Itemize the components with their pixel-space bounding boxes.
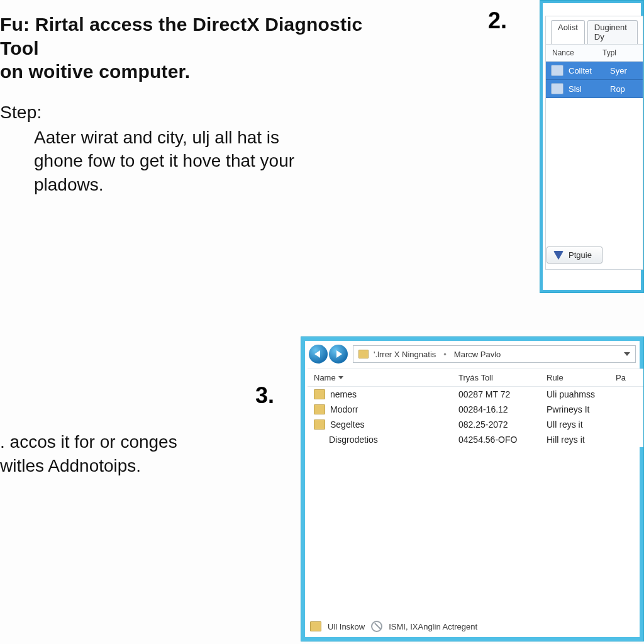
address-segment-1: '.lrrer X Ningnatis [374, 350, 436, 359]
address-bar[interactable]: '.lrrer X Ningnatis • Marcw Pavlo [353, 345, 636, 363]
tab-duginent[interactable]: Duginent Dy [587, 20, 638, 44]
list-row[interactable]: Colltet Syer [546, 62, 643, 80]
tab-aolist[interactable]: Aolist [551, 20, 585, 44]
row1-type: Syer [610, 66, 627, 75]
button-icon [553, 251, 564, 260]
file-icon [314, 419, 325, 430]
item-icon [551, 65, 564, 76]
explorer-window: '.lrrer X Ningnatis • Marcw Pavlo Name T… [301, 336, 644, 641]
file-row[interactable]: Modorr 00284-16.12 Pwrineys It [308, 402, 643, 417]
step-number-3: 3. [255, 382, 274, 409]
status-text-left: Ull Inskow [328, 622, 365, 631]
address-segment-2: Marcw Pavlo [454, 350, 501, 359]
file-row[interactable]: Disgrodetios 04254.56-OFO Hill reys it [308, 432, 643, 447]
list-row[interactable]: Slsl Rop [546, 80, 643, 98]
row2-name: Slsl [569, 84, 605, 94]
col-header-name[interactable]: Name [314, 373, 458, 382]
file-row[interactable]: Segeltes 082.25-2072 Ull reys it [308, 417, 643, 432]
breadcrumb-separator-icon: • [441, 350, 449, 359]
ptguie-button-label: Ptguie [569, 250, 592, 260]
folder-icon [358, 350, 369, 358]
nav-forward-button[interactable] [329, 345, 348, 364]
col-header-pa[interactable]: Pa [616, 373, 626, 382]
row1-name: Colltet [569, 66, 605, 75]
step2-body-line2: ghone fow to get it hove that your [34, 149, 361, 173]
file-icon [314, 404, 325, 414]
status-icon [310, 621, 321, 631]
sort-arrow-icon [338, 376, 343, 379]
col-header-type[interactable]: Typl [602, 48, 616, 57]
step-number-2: 2. [488, 8, 507, 34]
step3-body-line2: witles Addnotoips. [0, 454, 277, 478]
row2-type: Rop [610, 84, 625, 94]
step2-heading-line1: Fu: Rirtal access the DirectX Diagnostic… [0, 13, 402, 60]
dialog-window: Aolist Duginent Dy Nance Typl Colltet Sy… [540, 0, 644, 293]
col-header-type[interactable]: Tryás Toll [458, 373, 547, 382]
dropdown-icon[interactable] [624, 352, 630, 356]
col-header-name[interactable]: Nance [552, 48, 602, 57]
file-icon [314, 435, 324, 444]
col-header-rule[interactable]: Rule [547, 373, 616, 382]
step2-step-label: Step: [0, 101, 402, 123]
step2-body-line3: pladows. [34, 173, 361, 197]
ptguie-button[interactable]: Ptguie [547, 247, 602, 264]
step2-body-line1: Aater wirat and city, ulj all hat is [34, 126, 361, 150]
status-icon [371, 621, 382, 632]
file-icon [314, 389, 325, 399]
item-icon [551, 83, 564, 94]
step3-body-line1: . accos it for or conges [0, 430, 277, 454]
file-row[interactable]: nemes 00287 MT 72 Uli puahmss [308, 387, 643, 402]
status-text-right: ISMI, IXAnglin Actregent [389, 622, 477, 631]
step2-heading-line2: on woitive computer. [0, 60, 402, 84]
nav-back-button[interactable] [309, 345, 328, 364]
